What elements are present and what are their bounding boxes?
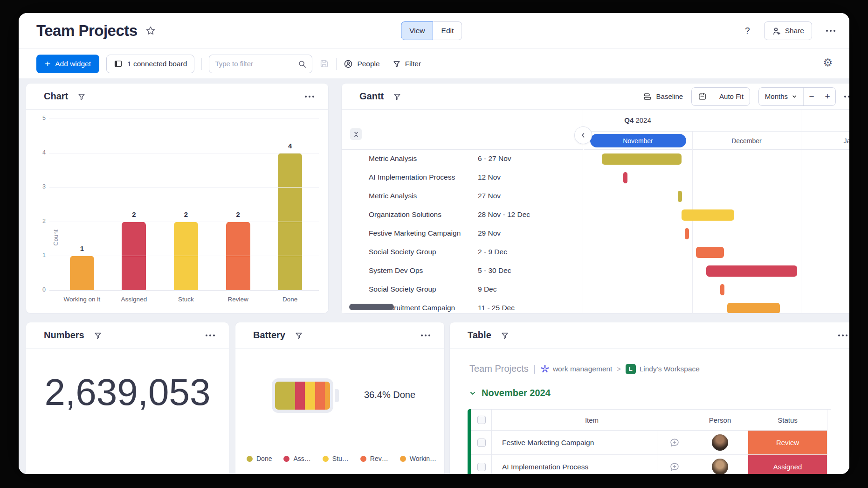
zoom-in-button[interactable]: + [820, 88, 835, 105]
battery-menu-icon[interactable] [421, 335, 430, 336]
battery-segment [315, 382, 325, 410]
row-checkbox[interactable] [477, 463, 486, 471]
chart-bar-value-label: 2 [236, 210, 240, 218]
status-badge[interactable]: Assigned [748, 455, 827, 474]
chart-bar[interactable] [70, 256, 94, 290]
collapse-panel-button[interactable] [574, 126, 592, 144]
gantt-task-panel-header [342, 110, 583, 150]
chart-x-label: Stuck [160, 296, 212, 303]
filter-button[interactable]: Filter [393, 60, 421, 68]
table-filter-icon[interactable] [501, 331, 509, 340]
chart-menu-icon[interactable] [305, 96, 314, 98]
table-widget-title: Table [468, 330, 491, 341]
gantt-bar[interactable] [706, 265, 797, 277]
numbers-menu-icon[interactable] [206, 335, 215, 336]
share-label: Share [785, 27, 804, 35]
baseline-button[interactable]: Baseline [643, 92, 683, 101]
gantt-bar[interactable] [685, 228, 689, 239]
legend-dot [283, 456, 289, 462]
status-column-header[interactable]: Status [748, 410, 827, 431]
item-cell[interactable]: AI Implementation Process [492, 455, 657, 474]
gantt-bar[interactable] [682, 209, 734, 221]
zoom-out-button[interactable]: − [804, 88, 820, 105]
settings-gear-icon[interactable]: ⚙ [823, 57, 833, 68]
chevron-down-icon [792, 94, 797, 99]
month-grid-line [692, 132, 693, 313]
person-avatar[interactable] [712, 459, 728, 474]
zoom-level-dropdown[interactable]: Months [759, 88, 803, 105]
numbers-widget-header: Numbers [26, 322, 229, 349]
chart-y-tick-label: 3 [33, 183, 46, 190]
gantt-task-row[interactable]: Social Society Group2 - 9 Dec [342, 243, 583, 262]
gantt-bar[interactable] [678, 191, 682, 202]
gantt-bar[interactable] [602, 153, 682, 165]
battery-graphic [272, 378, 333, 413]
chart-x-label: Assigned [108, 296, 160, 303]
header-menu-icon[interactable] [826, 30, 835, 32]
table-row[interactable]: AI Implementation ProcessAssigned [471, 455, 831, 474]
breadcrumb-workspace[interactable]: L Lindy's Workspace [626, 364, 700, 374]
person-avatar[interactable] [712, 434, 728, 451]
collapse-all-icon[interactable] [350, 128, 362, 140]
item-cell[interactable]: Festive Marketing Campaign [492, 431, 657, 455]
gantt-task-row[interactable]: Metric Analysis27 Nov [342, 187, 583, 206]
chart-bar-value-label: 1 [80, 244, 84, 252]
edit-tab[interactable]: Edit [434, 21, 462, 40]
breadcrumb-board[interactable]: Team Projects [469, 363, 529, 374]
auto-fit-button[interactable]: Auto Fit [713, 88, 750, 105]
favorite-star-icon[interactable] [145, 25, 156, 36]
gantt-menu-icon[interactable] [844, 96, 849, 98]
add-update-icon[interactable] [669, 438, 680, 448]
gantt-filter-icon[interactable] [393, 92, 401, 101]
breadcrumb-app[interactable]: work management [540, 364, 613, 374]
calendar-icon[interactable] [692, 88, 713, 105]
gantt-task-row[interactable]: Festive Marketing Campaign29 Nov [342, 224, 583, 243]
numbers-widget: Numbers 2,639,053 [26, 322, 229, 474]
chart-gridline [49, 187, 319, 188]
table-row[interactable]: Festive Marketing CampaignReview [471, 431, 831, 455]
gantt-task-row[interactable]: Metric Analysis6 - 27 Nov [342, 150, 583, 168]
save-icon[interactable] [319, 59, 329, 69]
gantt-task-row[interactable]: Social Society Group9 Dec [342, 280, 583, 299]
gantt-task-row[interactable]: System Dev Ops5 - 30 Dec [342, 262, 583, 280]
row-checkbox[interactable] [477, 439, 486, 447]
month-cell-december[interactable]: December [692, 132, 801, 150]
gantt-bar[interactable] [696, 247, 724, 258]
toolbar-divider [201, 58, 202, 70]
gantt-horizontal-scrollbar[interactable] [349, 304, 394, 310]
select-all-checkbox[interactable] [477, 416, 486, 424]
add-widget-button[interactable]: + Add widget [36, 55, 99, 73]
active-month-pill[interactable]: November [590, 134, 686, 147]
month-cell-january[interactable]: January [801, 132, 849, 150]
gantt-task-row[interactable]: AI Implementation Process12 Nov [342, 168, 583, 187]
row-select-cell [471, 431, 492, 455]
person-column-header[interactable]: Person [692, 410, 748, 431]
filter-search-input[interactable] [215, 60, 294, 68]
gantt-bar[interactable] [623, 172, 627, 183]
chart-gridline [49, 153, 319, 153]
battery-widget: Battery 36.4% Done DoneAss…Stu…Rev…Worki… [235, 322, 445, 474]
dashboard-toolbar: + Add widget 1 connected board People [19, 49, 849, 78]
status-badge[interactable]: Review [748, 431, 827, 454]
gantt-task-row[interactable]: Organization Solutions28 Nov - 12 Dec [342, 206, 583, 224]
chart-bar-value-label: 4 [288, 142, 292, 150]
people-button[interactable]: People [344, 59, 379, 69]
dashboard-window: Team Projects View Edit ? Share + Add wi… [19, 13, 849, 474]
numbers-value: 2,639,053 [26, 371, 229, 414]
gantt-task-panel: Metric Analysis6 - 27 NovAI Implementati… [342, 110, 583, 313]
item-column-header[interactable]: Item [492, 410, 692, 431]
table-menu-icon[interactable] [838, 335, 847, 336]
help-button[interactable]: ? [745, 26, 750, 36]
view-tab[interactable]: View [401, 21, 433, 40]
numbers-filter-icon[interactable] [94, 331, 102, 340]
connected-board-button[interactable]: 1 connected board [106, 55, 194, 73]
chart-filter-icon[interactable] [77, 92, 86, 101]
chart-widget-title: Chart [44, 91, 68, 102]
table-group-header[interactable]: November 2024 [469, 388, 551, 398]
chart-y-tick-label: 2 [33, 218, 46, 224]
battery-filter-icon[interactable] [295, 331, 303, 340]
gantt-bar[interactable] [720, 284, 724, 295]
add-update-icon[interactable] [669, 462, 680, 472]
gantt-bar[interactable] [727, 303, 780, 313]
share-button[interactable]: Share [764, 21, 812, 40]
